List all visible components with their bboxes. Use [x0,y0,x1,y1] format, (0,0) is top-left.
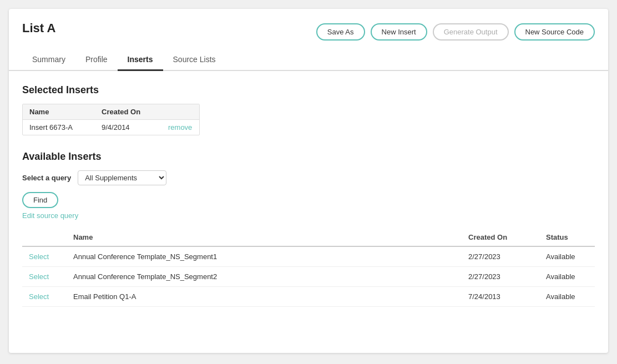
main-card: List A Save As New Insert Generate Outpu… [9,9,608,353]
query-select[interactable]: All Supplements Option 2 Option 3 [78,170,166,185]
select-cell-1: Select [22,267,67,287]
header-buttons: Save As New Insert Generate Output New S… [316,19,595,41]
selected-insert-date: 9/4/2014 [102,123,168,132]
col-header-select [22,229,67,246]
available-insert-row-2: Select Email Petition Q1-A 7/24/2013 Ava… [22,287,595,307]
col-header-avail-status: Status [539,229,595,246]
edit-source-link[interactable]: Edit source query [22,211,595,220]
generate-output-button: Generate Output [433,23,509,41]
available-insert-row-0: Select Annual Conference Template_NS_Seg… [22,246,595,267]
available-inserts-section: Available Inserts Select a query All Sup… [22,151,595,307]
select-link-1[interactable]: Select [29,272,49,281]
avail-created-0: 2/27/2023 [462,246,539,267]
tab-inserts[interactable]: Inserts [118,49,163,71]
avail-created-2: 7/24/2013 [462,287,539,307]
available-inserts-table: Name Created On Status Select Annual Con… [22,229,595,307]
card-header: List A Save As New Insert Generate Outpu… [9,9,608,41]
avail-created-1: 2/27/2023 [462,267,539,287]
available-insert-row-1: Select Annual Conference Template_NS_Seg… [22,267,595,287]
col-header-avail-name: Name [67,229,462,246]
selected-insert-name: Insert 6673-A [29,123,102,132]
available-table-header-row: Name Created On Status [22,229,595,246]
query-label: Select a query [22,174,71,182]
col-header-name: Name [29,108,102,116]
tab-profile[interactable]: Profile [75,49,118,71]
select-link-2[interactable]: Select [29,292,49,301]
avail-name-1: Annual Conference Template_NS_Segment2 [67,267,462,287]
avail-name-2: Email Petition Q1-A [67,287,462,307]
tab-summary[interactable]: Summary [22,49,75,71]
col-header-created: Created On [102,108,168,116]
card-body: Selected Inserts Name Created On Insert … [9,71,608,320]
select-cell-0: Select [22,246,67,267]
avail-status-1: Available [539,267,595,287]
selected-inserts-table: Name Created On Insert 6673-A 9/4/2014 r… [22,104,200,135]
find-button[interactable]: Find [22,192,58,208]
selected-insert-row: Insert 6673-A 9/4/2014 remove [23,120,199,135]
avail-status-0: Available [539,246,595,267]
query-row: Select a query All Supplements Option 2 … [22,170,595,185]
select-link-0[interactable]: Select [29,252,49,261]
select-cell-2: Select [22,287,67,307]
page-container: List A Save As New Insert Generate Outpu… [0,9,617,364]
available-inserts-title: Available Inserts [22,151,595,163]
page-title: List A [22,19,55,36]
avail-name-0: Annual Conference Template_NS_Segment1 [67,246,462,267]
avail-status-2: Available [539,287,595,307]
selected-inserts-title: Selected Inserts [22,84,595,96]
new-insert-button[interactable]: New Insert [371,23,427,41]
tab-source-lists[interactable]: Source Lists [163,49,226,71]
remove-insert-link[interactable]: remove [168,123,192,132]
selected-inserts-header: Name Created On [23,104,199,120]
col-header-avail-created: Created On [462,229,539,246]
new-source-code-button[interactable]: New Source Code [514,23,595,41]
save-as-button[interactable]: Save As [316,23,365,41]
tabs-bar: Summary Profile Inserts Source Lists [9,49,608,71]
